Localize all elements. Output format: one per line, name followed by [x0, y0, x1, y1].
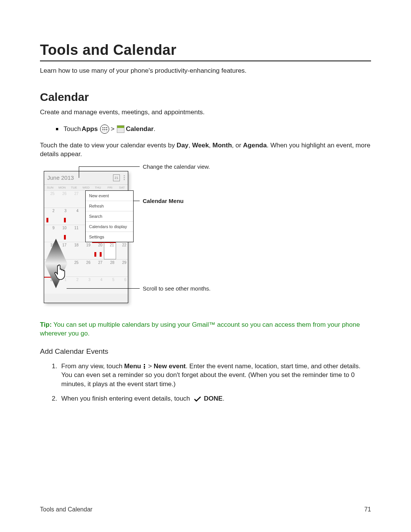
section-desc: Create and manage events, meetings, and … [40, 108, 371, 117]
section-heading: Calendar [40, 91, 371, 104]
vc3: , or [232, 142, 243, 149]
cal-cell: 27 [92, 259, 104, 276]
view-instruction: Touch the date to view your calendar eve… [40, 141, 371, 159]
menu-item: Settings [86, 232, 133, 242]
step-2: When you finish entering event details, … [59, 394, 371, 403]
page-footer: Tools and Calendar 71 [40, 506, 371, 513]
cal-cell: 29 [116, 259, 128, 276]
vagenda: Agenda [243, 142, 267, 149]
menu-item: Search [86, 211, 133, 222]
s2a: When you finish entering event details, … [61, 395, 192, 402]
scroll-gesture-icon [45, 237, 71, 292]
s1a: From any view, touch [61, 363, 124, 370]
month-label: June 2013 [47, 174, 74, 181]
title-rule [40, 61, 371, 61]
dow: TUE [68, 186, 80, 190]
touch-text: Touch [64, 125, 81, 133]
leader-line [67, 288, 140, 289]
calendar-menu-popup: New event Refresh Search Calendars to di… [85, 190, 134, 242]
cal-cell: 4 [68, 208, 80, 225]
footer-title: Tools and Calendar [40, 506, 92, 513]
cal-cell: 5 [104, 276, 116, 294]
cal-cell: 25 [44, 190, 56, 208]
done-label: DONE [204, 395, 223, 402]
step-1: From any view, touch Menu > New event. E… [59, 362, 371, 389]
cal-cell: 22 [116, 242, 128, 259]
leader-line [79, 166, 140, 167]
vweek: Week [192, 142, 209, 149]
vt1: Touch the date to view your calendar eve… [40, 142, 177, 149]
vmonth: Month [212, 142, 232, 149]
tip-text: Tip: You can set up multiple calendars b… [40, 321, 371, 338]
steps-list: From any view, touch Menu > New event. E… [40, 362, 371, 403]
sep1: > [111, 125, 115, 133]
intro-text: Learn how to use many of your phone's pr… [40, 67, 371, 75]
launch-instruction: Touch Apps > Calendar . [56, 125, 371, 134]
today-icon: 21 [113, 174, 120, 181]
s1sep: > [146, 363, 153, 370]
dow: FRI [104, 186, 116, 190]
cal-cell: 28 [104, 259, 116, 276]
dow: WED [80, 186, 92, 190]
check-icon [194, 396, 201, 402]
apps-icon [100, 125, 109, 134]
calendar-app-icon [117, 125, 124, 133]
menu-item: Refresh [86, 201, 133, 211]
calendar-label: Calendar [126, 125, 154, 133]
menu-label: Menu [124, 363, 141, 370]
callout-scroll: Scroll to see other months. [143, 285, 210, 292]
add-events-heading: Add Calendar Events [40, 347, 371, 356]
calendar-header: June 2013 21 [44, 171, 128, 185]
page-number: 71 [364, 506, 371, 513]
bullet-icon [56, 128, 58, 130]
menu-icon [124, 175, 125, 180]
cal-cell: 26 [56, 190, 68, 208]
vc1: , [188, 142, 192, 149]
new-event-label: New event [154, 363, 186, 370]
dow: THU [92, 186, 104, 190]
cal-cell-today: 21 [104, 242, 116, 259]
cal-cell: 26 [80, 259, 92, 276]
tip-body: You can set up multiple calendars by usi… [40, 321, 360, 337]
menu-item: Calendars to display [86, 222, 133, 232]
cal-cell: 2 [44, 208, 56, 225]
dow: SAT [116, 186, 128, 190]
cal-cell: 6 [116, 276, 128, 294]
cal-cell: 3 [56, 208, 68, 225]
hand-icon [53, 264, 68, 280]
tip-label: Tip: [40, 321, 52, 328]
page-title: Tools and Calendar [40, 42, 371, 58]
callout-menu: Calendar Menu [143, 198, 184, 204]
callout-change-view: Change the calendar view. [143, 163, 210, 170]
dow-row: SUN MON TUE WED THU FRI SAT [44, 185, 128, 190]
cal-cell: 27 [68, 190, 80, 208]
apps-label: Apps [81, 125, 98, 133]
dow: MON [56, 186, 68, 190]
period: . [154, 125, 156, 133]
leader-line [79, 166, 79, 178]
dow: SUN [44, 186, 56, 190]
cal-cell: 4 [92, 276, 104, 294]
calendar-figure: June 2013 21 SUN MON TUE WED THU FRI SAT… [40, 166, 276, 311]
cal-cell: 20 [92, 242, 104, 259]
vc2: , [209, 142, 212, 149]
s2b: . [223, 395, 225, 402]
menu-dots-icon [144, 364, 145, 369]
cal-cell: 19 [80, 242, 92, 259]
vday: Day [177, 142, 188, 149]
cal-cell: 3 [80, 276, 92, 294]
menu-item: New event [86, 191, 133, 201]
